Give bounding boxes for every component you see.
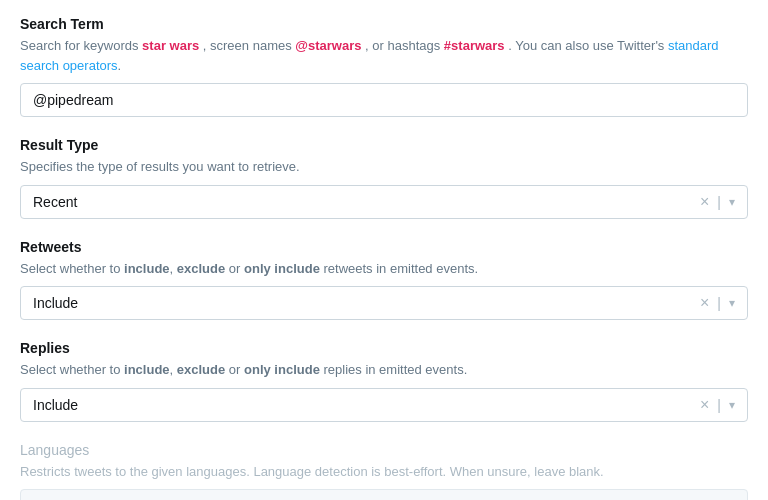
result-type-controls: × | ▾ — [700, 194, 735, 210]
retweets-include-keyword: include — [124, 261, 170, 276]
search-term-description: Search for keywords star wars , screen n… — [20, 36, 748, 75]
result-type-value: Recent — [33, 194, 700, 210]
replies-only-include-keyword: only include — [244, 362, 320, 377]
search-term-title: Search Term — [20, 16, 748, 32]
replies-value: Include — [33, 397, 700, 413]
result-type-clear-button[interactable]: × — [700, 194, 709, 210]
retweets-exclude-keyword: exclude — [177, 261, 225, 276]
search-term-section: Search Term Search for keywords star war… — [20, 16, 748, 117]
retweets-divider: | — [717, 295, 721, 311]
retweets-arrow-icon: ▾ — [729, 296, 735, 310]
keyword-star-wars: star wars — [142, 38, 199, 53]
keyword-hashtag-starwars: #starwars — [444, 38, 505, 53]
retweets-select[interactable]: Include × | ▾ — [20, 286, 748, 320]
languages-description: Restricts tweets to the given languages.… — [20, 462, 748, 482]
result-type-section: Result Type Specifies the type of result… — [20, 137, 748, 219]
replies-select[interactable]: Include × | ▾ — [20, 388, 748, 422]
replies-include-keyword: include — [124, 362, 170, 377]
replies-description: Select whether to include, exclude or on… — [20, 360, 748, 380]
replies-exclude-keyword: exclude — [177, 362, 225, 377]
retweets-clear-button[interactable]: × — [700, 295, 709, 311]
replies-controls: × | ▾ — [700, 397, 735, 413]
retweets-value: Include — [33, 295, 700, 311]
replies-section: Replies Select whether to include, exclu… — [20, 340, 748, 422]
result-type-title: Result Type — [20, 137, 748, 153]
standard-search-operators-link[interactable]: standard search operators — [20, 38, 719, 73]
search-term-input[interactable] — [20, 83, 748, 117]
retweets-section: Retweets Select whether to include, excl… — [20, 239, 748, 321]
replies-arrow-icon: ▾ — [729, 398, 735, 412]
retweets-description: Select whether to include, exclude or on… — [20, 259, 748, 279]
languages-section: Languages Restricts tweets to the given … — [20, 442, 748, 501]
result-type-arrow-icon: ▾ — [729, 195, 735, 209]
keyword-starwars-handle: @starwars — [295, 38, 361, 53]
replies-clear-button[interactable]: × — [700, 397, 709, 413]
result-type-select[interactable]: Recent × | ▾ — [20, 185, 748, 219]
languages-select[interactable]: ▾ — [20, 489, 748, 500]
retweets-controls: × | ▾ — [700, 295, 735, 311]
replies-title: Replies — [20, 340, 748, 356]
languages-title: Languages — [20, 442, 748, 458]
result-type-divider: | — [717, 194, 721, 210]
replies-divider: | — [717, 397, 721, 413]
retweets-title: Retweets — [20, 239, 748, 255]
result-type-description: Specifies the type of results you want t… — [20, 157, 748, 177]
retweets-only-include-keyword: only include — [244, 261, 320, 276]
